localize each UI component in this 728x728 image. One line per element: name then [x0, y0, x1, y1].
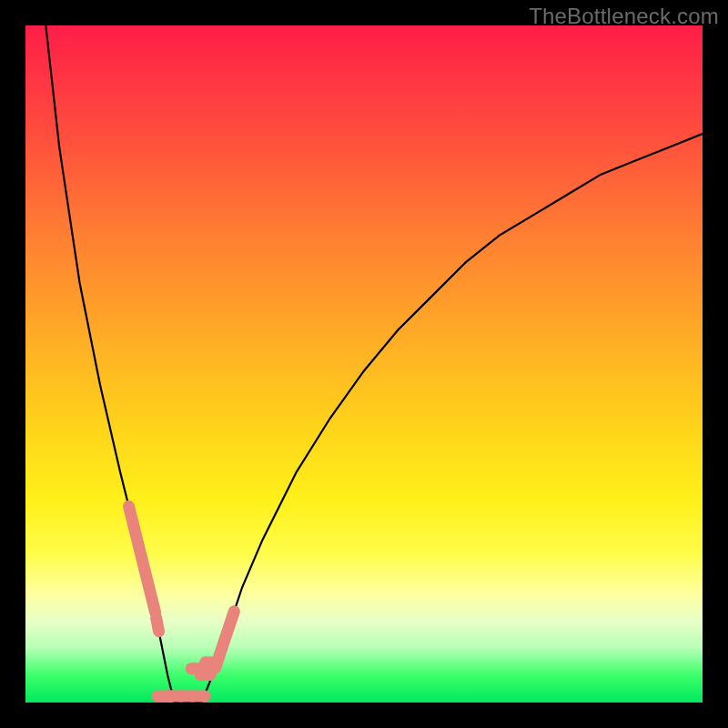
data-marker	[186, 691, 211, 703]
data-marker	[149, 611, 166, 638]
svg-rect-15	[222, 604, 241, 632]
plot-area	[25, 25, 703, 703]
data-marker	[222, 604, 241, 632]
svg-rect-7	[149, 611, 166, 638]
svg-rect-19	[186, 691, 211, 703]
chart-frame: TheBottleneck.com	[0, 0, 728, 728]
chart-svg	[25, 25, 703, 703]
curve-line	[46, 25, 703, 703]
